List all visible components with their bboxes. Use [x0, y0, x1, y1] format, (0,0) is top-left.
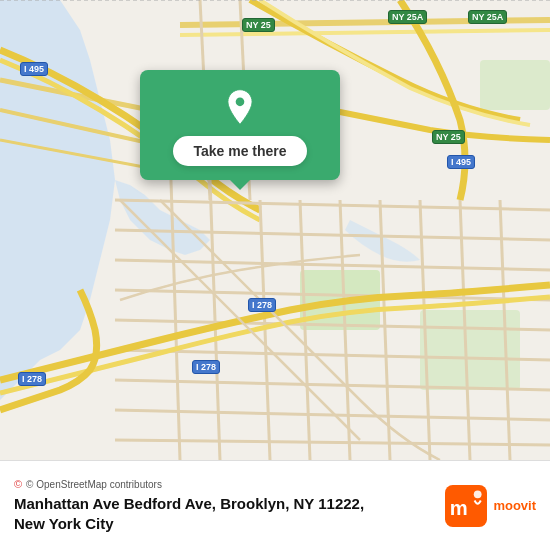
shield-ny25a-tr2: NY 25A [468, 10, 507, 24]
moovit-icon: m [445, 485, 487, 527]
info-bar: © © OpenStreetMap contributors Manhattan… [0, 460, 550, 550]
shield-ny25a-tr1: NY 25A [388, 10, 427, 24]
take-me-there-button[interactable]: Take me there [173, 136, 306, 166]
shield-i278-bl: I 278 [18, 372, 46, 386]
map-container: I 495 NY 25 NY 25A NY 25A NY 25 I 495 I … [0, 0, 550, 550]
shield-ny25-mid: NY 25 [432, 130, 465, 144]
location-popup: Take me there [140, 70, 340, 180]
address-line2: New York City [14, 514, 435, 534]
shield-i495-mr: I 495 [447, 155, 475, 169]
svg-point-30 [236, 98, 245, 107]
osm-attribution: © © OpenStreetMap contributors [14, 478, 435, 490]
shield-i278-bot: I 278 [248, 298, 276, 312]
map-svg [0, 0, 550, 460]
svg-point-33 [474, 490, 482, 498]
shield-i278-br: I 278 [192, 360, 220, 374]
shield-i495-tl: I 495 [20, 62, 48, 76]
svg-rect-3 [480, 60, 550, 110]
moovit-text: moovit [493, 498, 536, 513]
shield-ny25-top: NY 25 [242, 18, 275, 32]
address-block: © © OpenStreetMap contributors Manhattan… [14, 478, 435, 533]
moovit-logo: m moovit [445, 485, 536, 527]
svg-text:m: m [450, 496, 468, 518]
location-pin-icon [221, 88, 259, 126]
map-background: I 495 NY 25 NY 25A NY 25A NY 25 I 495 I … [0, 0, 550, 460]
address-line1: Manhattan Ave Bedford Ave, Brooklyn, NY … [14, 494, 435, 514]
